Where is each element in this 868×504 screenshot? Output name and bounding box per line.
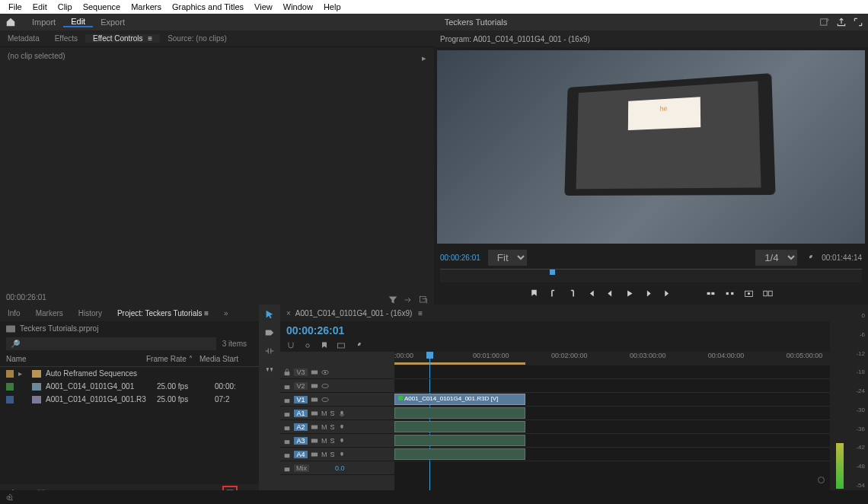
svg-rect-0 [821,19,827,25]
tab-project[interactable]: Project: Teckers Tutorials ≡ [110,309,216,317]
tab-metadata[interactable]: Metadata [0,34,47,43]
tab-markers[interactable]: Markers [28,309,71,317]
workspace-export-tab[interactable]: Export [93,18,132,27]
track-select-tool[interactable] [264,327,275,340]
marker-icon[interactable] [320,341,329,350]
menu-window[interactable]: Window [278,2,318,11]
scroll-handle-top[interactable] [818,477,825,483]
track-a1[interactable]: A1MS [280,407,394,420]
workspace-import-tab[interactable]: Import [24,18,63,27]
sequence-name[interactable]: A001_C014_0101G4_001 - (16x9) [295,309,412,317]
resolution-dropdown[interactable]: 1/4 [755,250,797,266]
tab-effect-controls[interactable]: Effect Controls ≡ [85,34,160,43]
timeline-tracks-area[interactable]: :00:00 00:01:00:00 00:02:00:00 00:03:00:… [394,352,830,504]
audio-clip-a4[interactable] [394,448,525,460]
wrench-timeline-icon[interactable] [353,341,362,350]
sync-icon[interactable] [5,493,14,502]
timeline-timecode[interactable]: 00:00:26:01 [286,324,344,337]
program-ruler[interactable] [440,269,862,282]
lock-icon[interactable] [283,368,291,376]
col-header-mediastart[interactable]: Media Start [199,355,253,363]
menu-markers[interactable]: Markers [126,2,167,11]
menu-view[interactable]: View [249,2,278,11]
mic-icon[interactable] [338,410,346,417]
tab-info[interactable]: Info [0,309,28,317]
home-icon[interactable] [5,17,17,27]
audio-clip-a3[interactable] [394,435,525,446]
item-mediastart: 07:2 [215,395,253,404]
overflow-icon[interactable]: » [216,309,236,317]
step-back-button[interactable] [605,289,615,298]
video-clip[interactable]: A001_C014_0101G4_001.R3D [V] [394,394,525,405]
ripple-edit-tool[interactable] [264,346,275,358]
track-a2[interactable]: A2MS [280,420,394,434]
workspace-edit-tab[interactable]: Edit [63,17,93,27]
track-v3[interactable]: V3 [280,365,394,379]
go-to-out-button[interactable] [662,289,672,298]
eye-icon[interactable] [321,368,329,376]
timeline-ruler[interactable]: :00:00 00:01:00:00 00:02:00:00 00:03:00:… [394,352,830,365]
tab-effects[interactable]: Effects [47,34,85,43]
svg-rect-8 [764,291,767,296]
work-area-bar[interactable] [394,362,525,365]
audio-clip-a1[interactable] [394,407,525,419]
popup-icon[interactable] [419,295,428,305]
wrench-icon[interactable] [805,254,814,263]
svg-rect-4 [726,292,729,295]
tab-history[interactable]: History [71,309,110,317]
go-to-in-button[interactable] [586,289,596,298]
toggle-output-icon[interactable] [311,368,318,376]
expand-icon[interactable]: ▸ [18,369,27,378]
program-monitor[interactable]: he [437,50,865,244]
project-search-input[interactable] [6,337,216,350]
settings-icon[interactable] [337,341,346,350]
share-icon[interactable] [836,17,847,27]
chevron-right-icon[interactable]: ▸ [422,53,426,63]
project-row-folder[interactable]: ▸ Auto Reframed Sequences [0,367,259,380]
linked-selection-icon[interactable] [303,341,312,350]
col-header-name[interactable]: Name [6,355,146,363]
add-marker-button[interactable] [529,289,539,298]
menu-graphics[interactable]: Graphics and Titles [167,2,249,11]
quick-export-icon[interactable] [819,17,830,27]
selection-tool[interactable] [264,309,275,321]
export-frame-button[interactable] [744,289,754,298]
project-row-clip[interactable]: A001_C014_0101G4_001.R3 25.00 fps 07:2 [0,393,259,406]
project-column-headers[interactable]: Name Frame Rate ˄ Media Start [0,352,259,367]
track-a3[interactable]: A3MS [280,434,394,448]
play-button[interactable] [624,289,634,298]
filter-icon[interactable] [388,295,397,305]
project-row-sequence[interactable]: A001_C014_0101G4_001 25.00 fps 00:00: [0,380,259,393]
mark-in-button[interactable] [548,289,558,298]
panel-menu-icon[interactable]: ≡ [148,34,152,43]
snap-icon[interactable] [286,341,295,350]
lift-button[interactable] [706,289,716,298]
playhead-icon[interactable] [550,270,555,275]
program-timecode[interactable]: 00:00:26:01 [440,254,480,262]
pen-tool[interactable] [264,364,275,376]
menu-clip[interactable]: Clip [53,2,78,11]
menu-edit[interactable]: Edit [27,2,53,11]
comparison-button[interactable] [763,289,773,298]
svg-rect-30 [311,370,318,374]
step-forward-button[interactable] [643,289,653,298]
menu-file[interactable]: File [3,2,27,11]
audio-clip-a2[interactable] [394,421,525,432]
no-clip-label: (no clip selected) [8,52,426,60]
track-a4[interactable]: A4MS [280,448,394,461]
tab-source[interactable]: Source: (no clips) [160,34,235,43]
svg-rect-2 [707,292,710,295]
menu-sequence[interactable]: Sequence [78,2,126,11]
svg-rect-50 [340,451,343,455]
fullscreen-icon[interactable] [853,17,863,27]
bin-icon [6,325,15,333]
track-mix[interactable]: Mix0.0 [280,461,394,475]
menu-help[interactable]: Help [318,2,346,11]
mark-out-button[interactable] [567,289,577,298]
extract-button[interactable] [725,289,735,298]
col-header-framerate[interactable]: Frame Rate ˄ [146,355,199,363]
zoom-fit-dropdown[interactable]: Fit [488,250,527,266]
track-v1[interactable]: V1 [280,393,394,407]
track-v2[interactable]: V2 [280,379,394,393]
arrow-icon[interactable] [404,295,413,305]
